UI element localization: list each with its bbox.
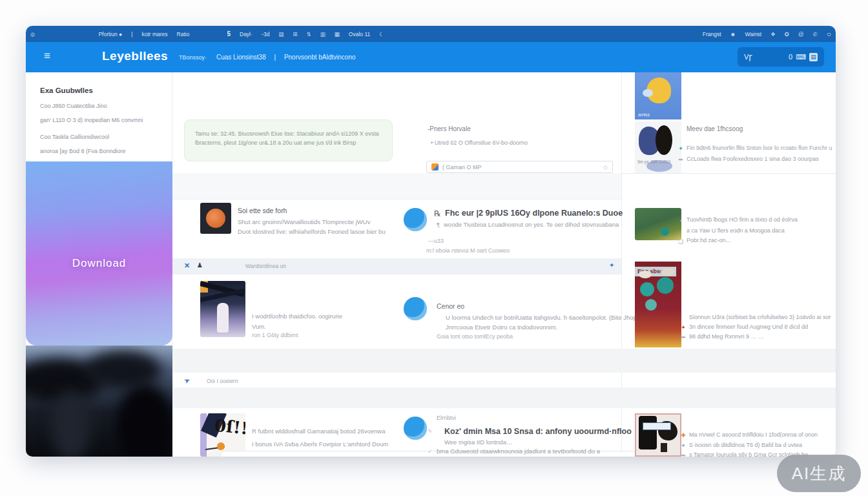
thread-subline: Wee mgisa IID lontnda… — [444, 439, 512, 446]
download-button[interactable]: Download — [26, 257, 172, 270]
right-list-item[interactable]: 98 ddhd Meg Rxnnvri 9 … … — [689, 333, 835, 340]
sidebar-link-1[interactable]: Coo J860 Cuatec6ba Jino — [40, 103, 160, 109]
image-caption: 9m ps 45R Lu610 — [637, 160, 670, 164]
thread-title-icon: ℞ — [434, 209, 441, 218]
thread-title[interactable]: Cenor eo — [437, 302, 464, 310]
right-column-heading: Meev dae 1fhcsoog — [687, 125, 743, 132]
sidebar-link-3[interactable]: Coo Taskla Gallionidiwcool — [40, 134, 160, 140]
emoji-icon: ☻ — [730, 31, 736, 37]
topbar-user-link[interactable]: Wainst — [745, 31, 762, 37]
post-thumbnail[interactable]: 0ſ!! — [200, 413, 245, 457]
topbar-link[interactable]: Dayl· — [240, 31, 253, 37]
moon-icon[interactable]: ☾ — [379, 31, 384, 37]
band-pawn-icon[interactable]: ♟ — [197, 262, 203, 269]
topbar-link[interactable]: kotr mares — [141, 31, 167, 37]
right-list-item[interactable]: S isoosn ob ditdldnoa T6 d) Bafd ba d uv… — [689, 442, 835, 448]
topbar-link[interactable]: Ovalo 11 — [349, 31, 370, 37]
duck-wing — [643, 89, 653, 97]
list-reply-icon: ➥ — [679, 334, 687, 340]
photo-shape — [84, 351, 161, 389]
promo-image-duck[interactable]: amlss — [635, 72, 681, 119]
right-list-item[interactable]: Pobr.hd zac-on… — [687, 237, 835, 243]
sidebar-link-2[interactable]: gan' L110 O 3 d) Inopedian M6 convmni — [40, 117, 160, 123]
search-box[interactable]: VꞄ 0 ⌨ ▤ — [738, 47, 824, 67]
sidebar-photo — [26, 346, 172, 457]
post-subline[interactable]: R futbnt wlddosfnall Gamanatiaj botod 26… — [252, 428, 413, 435]
avatar-icon[interactable]: ○ — [827, 30, 831, 39]
thread-title[interactable]: Fhc eur |2 9plUS 16Oy dlpone Ruanelo:s D… — [445, 209, 623, 218]
band-x-icon[interactable]: ✕ — [184, 262, 190, 270]
badge-icon[interactable]: ✪ — [785, 31, 789, 37]
right-list-item[interactable]: Ma nVwel C asoocd tnlifldoiu I 1fod(onro… — [689, 431, 835, 438]
teal-dot — [661, 227, 669, 236]
thread-meta: —u33 — [428, 238, 444, 244]
check-icon: ✓ — [428, 448, 433, 455]
sidebar-link-4[interactable]: anoroa [ay Bod 8 (Fva Bonndiore — [40, 148, 160, 154]
right-post-thumbnail[interactable] — [635, 208, 681, 240]
nav-item-2[interactable]: Pnorvsonbt bAldtvincono — [284, 54, 356, 61]
separator-band — [172, 349, 836, 373]
app-icon[interactable]: ◎ — [30, 31, 35, 37]
art-shape-o — [656, 125, 672, 155]
photo-shape — [52, 391, 90, 457]
right-post-thumbnail[interactable] — [635, 413, 681, 457]
sort-icon[interactable]: ⇅ — [307, 31, 311, 37]
right-list-item[interactable]: a ca Yaw U flers eodn a Moogoa daca — [687, 227, 835, 234]
content-area: Exa Guubwlles Coo J860 Cuatec6ba Jino ga… — [26, 72, 836, 457]
topbar-link[interactable]: Pfortiun ● — [98, 31, 122, 37]
quick-search-input[interactable]: ( Gaman O MP ◇ — [426, 161, 613, 173]
user-avatar[interactable] — [404, 417, 427, 440]
post-subline[interactable]: I wodrtlüofnb thaidicfoo. oogirurie — [252, 313, 400, 320]
right-post-thumbnail[interactable]: Eng sbseus — [635, 262, 681, 347]
right-list-item[interactable]: Fin 9dtn6 fnunorlin fllis Snton loor lo … — [687, 145, 835, 151]
topbar-divider: | — [131, 31, 132, 37]
nav-item-1[interactable]: Cuas Lionsinst38 — [216, 54, 266, 61]
download-banner[interactable]: Download — [26, 161, 172, 346]
user-avatar[interactable] — [404, 297, 427, 320]
hamburger-menu-icon[interactable]: ≡ — [44, 50, 50, 63]
topbar-link[interactable]: ᵕ3d — [262, 31, 270, 37]
sidebar: Exa Guubwlles Coo J860 Cuatec6ba Jino ga… — [26, 72, 172, 457]
top-utility-bar: ◎ Pfortiun ● | kotr mares Ratio 5 Dayl· … — [26, 26, 836, 42]
list-star-icon: ✦ — [679, 324, 687, 331]
site-logo[interactable]: Leyebllees — [102, 49, 168, 63]
post-thumbnail[interactable] — [200, 203, 231, 234]
pages-icon[interactable]: ▤ — [279, 31, 284, 37]
upload-icon[interactable]: ◇ — [603, 164, 608, 170]
thread-subline: woode Tiusbioa Lcuadnosnut on yes. Te oe… — [444, 221, 612, 228]
chat-icon[interactable]: ⌨ — [796, 53, 806, 61]
page: ◎ Pfortiun ● | kotr mares Ratio 5 Dayl· … — [0, 0, 868, 496]
spacer-strip — [172, 173, 621, 200]
mention-icon[interactable]: @ — [798, 31, 804, 37]
thread-title[interactable]: Koz' dmin Msa 10 Snsa d: anfony uoourmd·… — [444, 427, 632, 436]
search-right: 0 ⌨ ▤ — [789, 53, 818, 61]
right-list-item[interactable]: CcLoads flwa Foofexedosxeo 1 sina dao 3 … — [687, 156, 835, 162]
apps-icon[interactable]: ⊞ — [293, 31, 298, 37]
post-subline: I bonus IVA Svba Aberls Fovrpior L'amhto… — [252, 440, 413, 448]
post-title[interactable]: Soi ette sde forh — [238, 207, 287, 214]
right-list-item[interactable]: Sionnun U3ra (sizbiset ba crlofulselwo 3… — [689, 314, 835, 320]
right-list-item[interactable]: 3n dincee finmeer foud Augnwg Und 8 dicd… — [689, 324, 835, 330]
grid-icon[interactable]: ▦ — [335, 31, 340, 37]
list-dot-icon: • — [677, 218, 685, 224]
promo-image-art[interactable]: 9m ps 45R Lu610 — [635, 121, 681, 173]
thread-subline: Jnrrcooua Etvetr Dotro ca tndodovonnim. — [446, 324, 615, 331]
right-list-item[interactable]: Tuovhintb lbogs HO firin a tiixto d od é… — [687, 216, 835, 223]
user-avatar[interactable] — [404, 208, 427, 231]
list-icon[interactable]: ▥ — [320, 31, 326, 37]
paper-plane-icon[interactable]: ➤ — [183, 376, 192, 386]
thread-category: Elrnbtvi — [437, 415, 456, 421]
oi-art-text: 0ſ!! — [214, 415, 245, 438]
keyboard-grid-icon[interactable]: ▤ — [809, 53, 818, 61]
topbar-link[interactable]: Ratio — [177, 31, 190, 37]
message-icon[interactable]: ❖ — [770, 31, 776, 37]
thread-meta[interactable]: m:l eboia rstevui M oart Cuoweo — [426, 247, 510, 254]
phone-icon[interactable]: ✆ — [813, 31, 818, 37]
post-thumbnail[interactable] — [200, 281, 245, 337]
band-right-icon[interactable]: ✦ — [609, 262, 614, 269]
quick-bullet[interactable]: • Utred 62 O Offunstlue 6V-bo-doorno — [431, 140, 528, 146]
figure-shape — [217, 303, 229, 333]
quick-search-text: ( Gaman O MP — [442, 164, 482, 170]
browser-window: ◎ Pfortiun ● | kotr mares Ratio 5 Dayl· … — [26, 26, 836, 457]
topbar-user-link[interactable]: Frangst — [703, 31, 721, 37]
